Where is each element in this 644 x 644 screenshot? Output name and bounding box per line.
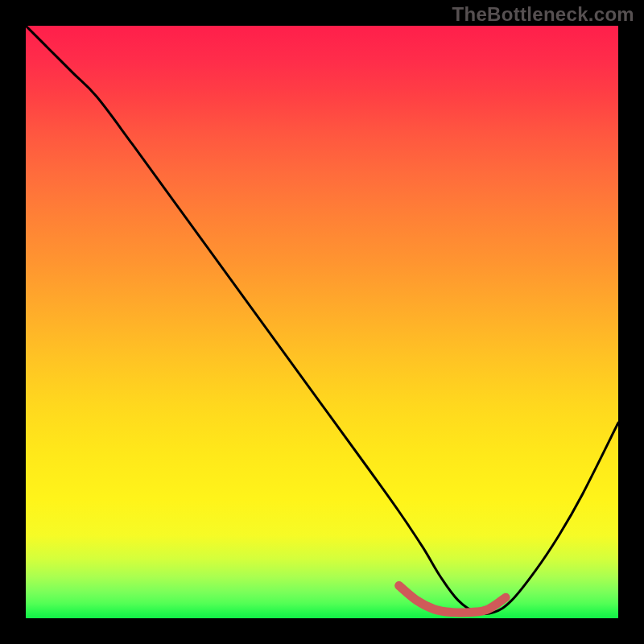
chart-container: TheBottleneck.com [0,0,644,644]
watermark-text: TheBottleneck.com [452,3,634,26]
highlight-curve [399,586,506,613]
curve-svg [26,26,618,618]
main-curve [26,26,618,614]
plot-area [26,26,618,618]
